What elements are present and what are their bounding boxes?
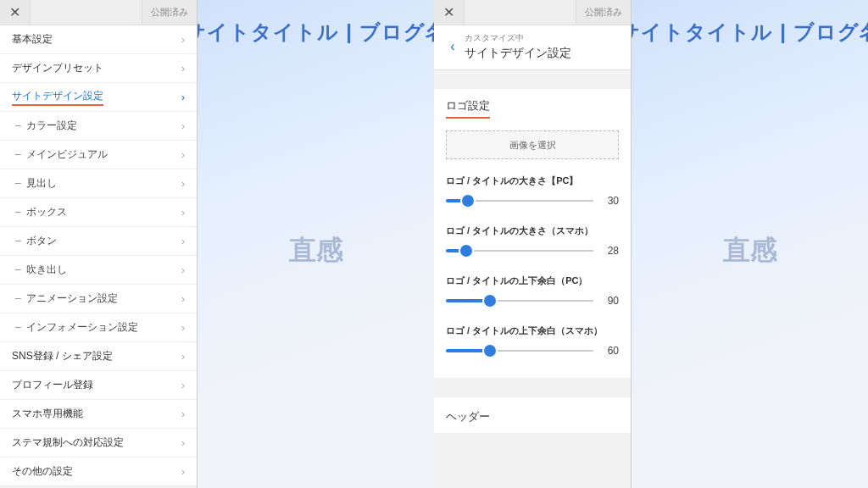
slider-sp-padding[interactable] — [446, 344, 593, 358]
breadcrumb-title: サイトデザイン設定 — [465, 46, 571, 61]
slider-label-pc-size: ロゴ / タイトルの大きさ【PC】 — [446, 175, 619, 187]
slider-value: 30 — [600, 195, 619, 207]
publish-status: 公開済み — [576, 0, 631, 25]
site-preview: サイトタイトル | ブログ名 直感 — [198, 0, 434, 488]
image-select-button[interactable]: 画像を選択 — [446, 130, 619, 159]
menu-other[interactable]: その他の設定› — [0, 458, 197, 486]
chevron-right-icon: › — [181, 120, 185, 132]
chevron-right-icon: › — [181, 293, 185, 305]
menu-basic[interactable]: 基本設定› — [0, 25, 197, 54]
submenu-information[interactable]: –インフォメーション設定› — [0, 313, 197, 342]
chevron-right-icon: › — [181, 92, 185, 103]
submenu-speech[interactable]: –吹き出し› — [0, 256, 197, 285]
chevron-right-icon: › — [181, 466, 185, 478]
chevron-right-icon: › — [181, 63, 185, 75]
close-button[interactable]: ✕ — [0, 0, 31, 25]
chevron-right-icon: › — [181, 264, 185, 276]
submenu-main-visual[interactable]: –メインビジュアル› — [0, 141, 197, 169]
slider-value: 60 — [600, 345, 619, 357]
preview-hero-text: 直感 — [289, 232, 343, 269]
breadcrumb-context: カスタマイズ中 — [465, 32, 571, 44]
slider-sp-size[interactable] — [446, 244, 593, 258]
chevron-right-icon: › — [181, 380, 185, 391]
menu-sns[interactable]: SNS登録 / シェア設定› — [0, 342, 197, 371]
menu-profile[interactable]: プロフィール登録› — [0, 371, 197, 400]
submenu-button[interactable]: –ボタン› — [0, 227, 197, 256]
submenu-animation[interactable]: –アニメーション設定› — [0, 285, 197, 313]
chevron-right-icon: › — [181, 236, 185, 247]
chevron-right-icon: › — [181, 351, 185, 363]
chevron-right-icon: › — [181, 178, 185, 190]
publish-status: 公開済み — [142, 0, 197, 25]
slider-value: 28 — [600, 245, 619, 257]
chevron-right-icon: › — [181, 437, 185, 449]
menu-presets[interactable]: デザインプリセット› — [0, 54, 197, 83]
chevron-right-icon: › — [181, 34, 185, 46]
menu-site-design[interactable]: サイトデザイン設定› — [0, 83, 197, 112]
menu-mobile[interactable]: スマホ専用機能› — [0, 400, 197, 429]
chevron-right-icon: › — [181, 322, 185, 334]
chevron-right-icon: › — [181, 207, 185, 219]
back-button[interactable]: ‹ — [442, 34, 463, 59]
submenu-box[interactable]: –ボックス› — [0, 198, 197, 227]
slider-label-sp-size: ロゴ / タイトルの大きさ（スマホ） — [446, 225, 619, 237]
slider-pc-size[interactable] — [446, 194, 593, 208]
preview-hero-text: 直感 — [723, 232, 777, 269]
chevron-right-icon: › — [181, 149, 185, 161]
slider-value: 90 — [600, 295, 619, 307]
preview-site-title: サイトタイトル | ブログ名 — [632, 19, 868, 46]
slider-label-pc-padding: ロゴ / タイトルの上下余白（PC） — [446, 274, 619, 287]
submenu-heading[interactable]: –見出し› — [0, 169, 197, 198]
section-title-header: ヘッダー — [434, 396, 631, 433]
site-preview: サイトタイトル | ブログ名 直感 — [632, 0, 868, 488]
customizer-menu: 基本設定› デザインプリセット› サイトデザイン設定› –カラー設定› –メイン… — [0, 25, 197, 486]
breadcrumb: ‹ カスタマイズ中 サイトデザイン設定 — [434, 25, 631, 70]
preview-site-title: サイトタイトル | ブログ名 — [198, 19, 434, 46]
slider-label-sp-padding: ロゴ / タイトルの上下余白（スマホ） — [446, 324, 619, 337]
menu-stealth[interactable]: ステマ規制への対応設定› — [0, 429, 197, 458]
section-title-logo: ロゴ設定 — [446, 98, 490, 119]
submenu-color[interactable]: –カラー設定› — [0, 112, 197, 141]
close-button[interactable]: ✕ — [434, 0, 465, 25]
slider-pc-padding[interactable] — [446, 294, 593, 308]
chevron-right-icon: › — [181, 408, 185, 420]
